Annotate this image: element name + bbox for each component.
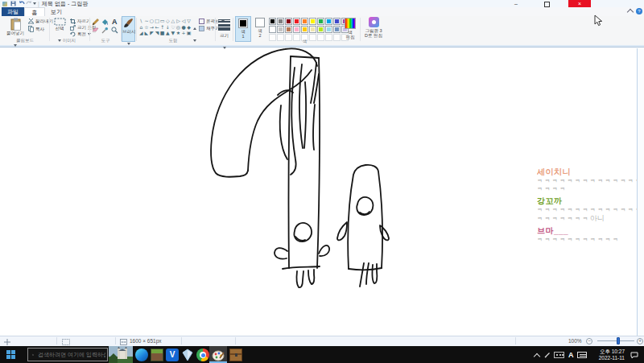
- shape-cell[interactable]: ○: [149, 18, 155, 24]
- palette-swatch[interactable]: [317, 18, 324, 25]
- search-highlight-thumbnail[interactable]: [109, 346, 133, 363]
- palette-swatch[interactable]: [301, 18, 308, 25]
- tools-group-label: 도구: [90, 38, 121, 43]
- shape-cell[interactable]: ◢: [138, 30, 144, 36]
- color2-button[interactable]: 색 2: [253, 16, 267, 42]
- palette-swatch[interactable]: [293, 26, 300, 33]
- shape-cell[interactable]: ■: [159, 30, 165, 36]
- taskbar-edge-icon[interactable]: [135, 349, 148, 361]
- tray-ime-toolbar-icon[interactable]: [554, 352, 564, 358]
- zoom-slider-track[interactable]: [597, 340, 634, 341]
- shape-cell[interactable]: ◇: [165, 18, 171, 24]
- palette-swatch[interactable]: [293, 18, 300, 25]
- paint-app-icon: [2, 2, 7, 6]
- tray-pen-icon[interactable]: [544, 352, 551, 358]
- search-input[interactable]: [36, 351, 107, 358]
- shape-cell[interactable]: ▭: [159, 18, 165, 24]
- shape-cell[interactable]: ☆: [144, 24, 150, 31]
- tray-ime-mode[interactable]: A: [568, 351, 574, 359]
- magnifier-tool-button[interactable]: [111, 27, 118, 34]
- tab-file[interactable]: 파일: [2, 7, 24, 16]
- shape-cell[interactable]: ◤: [149, 30, 155, 36]
- shape-cell[interactable]: +: [181, 30, 187, 36]
- quick-access-dropdown-icon[interactable]: [33, 2, 36, 5]
- color1-button[interactable]: 색 1: [235, 16, 251, 42]
- tray-keyboard-icon[interactable]: [577, 352, 587, 358]
- zoom-out-button[interactable]: −: [586, 338, 592, 344]
- shape-cell[interactable]: ♡: [171, 24, 176, 31]
- shape-cell[interactable]: ▼: [171, 30, 176, 36]
- taskbar-vllo-icon[interactable]: V: [166, 349, 179, 361]
- save-button[interactable]: [10, 0, 16, 7]
- zoom-slider-thumb[interactable]: [617, 337, 620, 344]
- palette-swatch[interactable]: [269, 18, 276, 25]
- palette-swatch[interactable]: [333, 26, 341, 33]
- edit-colors-button[interactable]: 색 편집: [342, 16, 358, 39]
- shape-cell[interactable]: ★: [175, 30, 181, 36]
- shape-cell[interactable]: \: [138, 18, 144, 24]
- taskbar-3d-viewer-icon[interactable]: [181, 349, 194, 361]
- palette-swatch[interactable]: [285, 26, 292, 33]
- taskbar-chest-icon[interactable]: [229, 349, 242, 361]
- palette-swatch[interactable]: [325, 18, 332, 25]
- vertical-scrollbar[interactable]: [637, 48, 644, 336]
- brushes-button[interactable]: 브러시: [122, 16, 135, 42]
- shape-cell[interactable]: ◎: [175, 24, 181, 31]
- taskbar-chrome-icon[interactable]: [196, 349, 209, 361]
- shape-cell[interactable]: ↓: [165, 24, 171, 31]
- shape-cell[interactable]: ▽: [186, 18, 192, 24]
- pencil-tool-button[interactable]: [92, 19, 99, 26]
- palette-swatch[interactable]: [269, 26, 276, 33]
- minimize-button[interactable]: –: [507, 0, 525, 7]
- taskbar-search[interactable]: [27, 348, 108, 361]
- start-button[interactable]: [6, 350, 15, 359]
- collapse-ribbon-icon[interactable]: [627, 9, 634, 15]
- shape-cell[interactable]: ~: [144, 18, 150, 24]
- rotate-button[interactable]: 회전: [70, 31, 91, 37]
- shape-cell[interactable]: ←: [155, 24, 160, 31]
- eraser-tool-button[interactable]: [92, 27, 99, 33]
- redo-button[interactable]: [26, 0, 32, 7]
- shape-cell[interactable]: ◣: [144, 30, 150, 36]
- tray-clock[interactable]: 오후 10:27 2022-11-11: [589, 349, 625, 361]
- crop-button[interactable]: 자르기: [70, 19, 91, 24]
- select-icon: [54, 18, 66, 26]
- shape-cell[interactable]: ▷: [175, 18, 181, 24]
- palette-swatch[interactable]: [285, 18, 292, 25]
- undo-button[interactable]: [19, 0, 25, 7]
- shape-cell[interactable]: ◆: [186, 24, 192, 31]
- maximize-button[interactable]: [538, 0, 555, 7]
- shape-cell[interactable]: ◁: [181, 18, 187, 24]
- fill-tool-button[interactable]: [101, 19, 109, 26]
- help-icon[interactable]: ?: [636, 8, 642, 14]
- action-center-icon[interactable]: [630, 352, 638, 359]
- palette-swatch[interactable]: [301, 26, 308, 33]
- palette-swatch[interactable]: [309, 26, 316, 33]
- tab-home[interactable]: 홈: [24, 7, 45, 16]
- taskbar-paint-icon[interactable]: [212, 349, 225, 361]
- zoom-in-button[interactable]: +: [637, 338, 643, 344]
- tab-view[interactable]: 보기: [45, 7, 68, 16]
- palette-swatch[interactable]: [333, 18, 341, 25]
- palette-swatch[interactable]: [277, 18, 284, 25]
- text-tool-button[interactable]: A: [112, 18, 118, 26]
- color-picker-tool-button[interactable]: [101, 27, 109, 34]
- palette-swatch[interactable]: [309, 18, 316, 25]
- palette-swatch[interactable]: [325, 26, 332, 33]
- shape-cell[interactable]: ◥: [155, 30, 160, 36]
- shape-cell[interactable]: ●: [181, 24, 187, 31]
- shape-cell[interactable]: →: [149, 24, 155, 31]
- shape-cell[interactable]: ▣: [186, 30, 192, 36]
- shape-cell[interactable]: △: [171, 18, 176, 24]
- shape-cell[interactable]: ▲: [165, 30, 171, 36]
- shape-cell[interactable]: ↑: [159, 24, 165, 31]
- taskbar-minecraft-icon[interactable]: [151, 349, 163, 361]
- shape-cell[interactable]: ⌂: [138, 24, 144, 31]
- copy-button[interactable]: 복사: [28, 26, 44, 32]
- close-button[interactable]: ×: [568, 0, 591, 7]
- palette-swatch[interactable]: [317, 26, 324, 33]
- palette-swatch[interactable]: [277, 26, 284, 33]
- edit-with-paint3d-button[interactable]: 그림판 3 D로 편집: [362, 16, 385, 38]
- size-button[interactable]: 크기: [217, 18, 232, 52]
- shape-cell[interactable]: □: [155, 18, 160, 24]
